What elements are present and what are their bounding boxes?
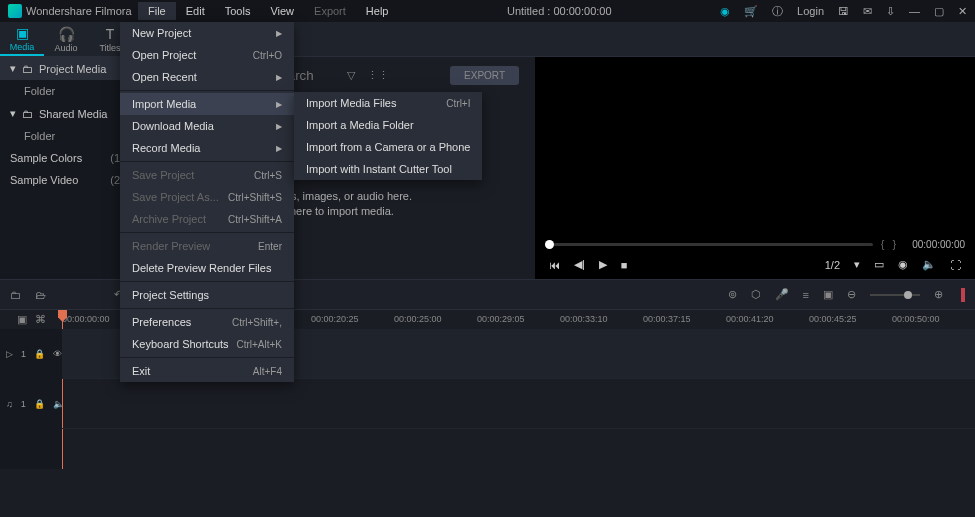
- eye-icon[interactable]: 👁: [53, 349, 62, 359]
- menu-view[interactable]: View: [260, 2, 304, 20]
- marker-icon[interactable]: ⬡: [751, 288, 761, 301]
- tab-label: Titles: [99, 43, 120, 53]
- folder-icon: 🗀: [22, 63, 33, 75]
- menu-item-label: Import from a Camera or a Phone: [306, 141, 470, 153]
- chevron-down-icon[interactable]: ▾: [854, 258, 860, 271]
- menu-item-open-project[interactable]: Open ProjectCtrl+O: [120, 44, 294, 66]
- menu-item-save-project: Save ProjectCtrl+S: [120, 164, 294, 186]
- menu-item-exit[interactable]: ExitAlt+F4: [120, 360, 294, 382]
- menu-item-label: Keyboard Shortcuts: [132, 338, 229, 350]
- count-label: (2: [110, 174, 120, 186]
- zoom-slider[interactable]: [870, 294, 920, 296]
- tab-label: Media: [10, 42, 35, 52]
- menu-item-new-project[interactable]: New Project▶: [120, 22, 294, 44]
- prev-frame-button[interactable]: ⏮: [549, 259, 560, 271]
- preview-scrubber[interactable]: [545, 243, 873, 246]
- sidebar-item-label: Sample Colors: [10, 152, 82, 164]
- menu-item-import-media[interactable]: Import Media▶: [120, 93, 294, 115]
- display-icon[interactable]: ▭: [874, 258, 884, 271]
- filter-icon[interactable]: ▽: [347, 69, 355, 82]
- menu-edit[interactable]: Edit: [176, 2, 215, 20]
- menu-item-import-with-instant-cutter-tool[interactable]: Import with Instant Cutter Tool: [294, 158, 482, 180]
- menu-tools[interactable]: Tools: [215, 2, 261, 20]
- submenu-arrow-icon: ▶: [276, 100, 282, 109]
- ruler-mark: 00:00:37:15: [643, 310, 726, 329]
- zoom-ratio[interactable]: 1/2: [825, 259, 840, 271]
- sidebar-shared-media[interactable]: ▾ 🗀 Shared Media: [0, 102, 130, 125]
- media-icon: ▣: [16, 25, 29, 41]
- menu-item-label: Record Media: [132, 142, 200, 154]
- tab-media[interactable]: ▣ Media: [0, 22, 44, 56]
- play-button[interactable]: ▶: [599, 258, 607, 271]
- lock-icon[interactable]: 🔒: [34, 349, 45, 359]
- menu-item-project-settings[interactable]: Project Settings: [120, 284, 294, 306]
- audio-track[interactable]: [62, 379, 975, 429]
- menu-item-keyboard-shortcuts[interactable]: Keyboard ShortcutsCtrl+Alt+K: [120, 333, 294, 355]
- shortcut-label: Enter: [258, 241, 282, 252]
- menu-item-open-recent[interactable]: Open Recent▶: [120, 66, 294, 88]
- fullscreen-icon[interactable]: ⛶: [950, 259, 961, 271]
- timeline-link-icon[interactable]: ⌘: [35, 313, 46, 326]
- shortcut-label: Ctrl+I: [446, 98, 470, 109]
- menu-item-label: Project Settings: [132, 289, 209, 301]
- sidebar-project-media[interactable]: ▾ 🗀 Project Media: [0, 57, 130, 80]
- menu-item-label: Archive Project: [132, 213, 206, 225]
- mail-icon[interactable]: ✉: [863, 5, 872, 18]
- tab-audio[interactable]: 🎧 Audio: [44, 22, 88, 56]
- shortcut-label: Ctrl+Shift+,: [232, 317, 282, 328]
- user-icon[interactable]: ⇩: [886, 5, 895, 18]
- render-icon[interactable]: ⊚: [728, 288, 737, 301]
- video-track-header[interactable]: ▷ 1 🔒 👁: [0, 329, 62, 379]
- lock-icon[interactable]: 🔒: [34, 399, 45, 409]
- sidebar-folder-2[interactable]: Folder: [0, 125, 130, 147]
- menu-item-import-media-files[interactable]: Import Media FilesCtrl+I: [294, 92, 482, 114]
- save-icon[interactable]: 🖫: [838, 5, 849, 17]
- voiceover-icon[interactable]: 🎤: [775, 288, 789, 301]
- sidebar-sample-video[interactable]: Sample Video (2: [0, 169, 130, 191]
- menu-item-label: Open Project: [132, 49, 196, 61]
- support-icon[interactable]: ◉: [720, 5, 730, 18]
- menu-item-label: Import Media Files: [306, 97, 396, 109]
- export-button[interactable]: EXPORT: [450, 66, 519, 85]
- stop-button[interactable]: ■: [621, 259, 628, 271]
- menu-export[interactable]: Export: [304, 2, 356, 20]
- menu-item-record-media[interactable]: Record Media▶: [120, 137, 294, 159]
- media-sidebar: ▾ 🗀 Project Media Folder ▾ 🗀 Shared Medi…: [0, 57, 130, 279]
- menu-item-save-project-as-: Save Project As...Ctrl+Shift+S: [120, 186, 294, 208]
- shortcut-label: Ctrl+Shift+A: [228, 214, 282, 225]
- crop-icon[interactable]: ▣: [823, 288, 833, 301]
- zoom-in-button[interactable]: ⊕: [934, 288, 943, 301]
- minimize-button[interactable]: —: [909, 5, 920, 17]
- menu-file[interactable]: File: [138, 2, 176, 20]
- shortcut-label: Ctrl+O: [253, 50, 282, 61]
- file-dropdown: New Project▶Open ProjectCtrl+OOpen Recen…: [120, 22, 294, 382]
- track-icon: ♫: [6, 399, 13, 409]
- snapshot-icon[interactable]: ◉: [898, 258, 908, 271]
- step-back-button[interactable]: ◀|: [574, 258, 585, 271]
- menu-item-import-from-a-camera-or-a-phone[interactable]: Import from a Camera or a Phone: [294, 136, 482, 158]
- timeline-mode-icon[interactable]: ▣: [17, 313, 27, 326]
- sidebar-sample-colors[interactable]: Sample Colors (1: [0, 147, 130, 169]
- sidebar-folder-1[interactable]: Folder: [0, 80, 130, 102]
- new-folder-icon[interactable]: 🗀: [10, 289, 21, 301]
- zoom-out-button[interactable]: ⊖: [847, 288, 856, 301]
- menu-item-delete-preview-render-files[interactable]: Delete Preview Render Files: [120, 257, 294, 279]
- login-link[interactable]: Login: [797, 5, 824, 17]
- info-icon[interactable]: ⓘ: [772, 4, 783, 19]
- audio-track-header[interactable]: ♫ 1 🔒 🔈: [0, 379, 62, 429]
- menu-item-import-a-media-folder[interactable]: Import a Media Folder: [294, 114, 482, 136]
- maximize-button[interactable]: ▢: [934, 5, 944, 18]
- import-folder-icon[interactable]: 🗁: [35, 289, 46, 301]
- count-label: (1: [110, 152, 120, 164]
- close-button[interactable]: ✕: [958, 5, 967, 18]
- menu-item-label: Download Media: [132, 120, 214, 132]
- ruler-mark: 00:00:20:25: [311, 310, 394, 329]
- menu-item-download-media[interactable]: Download Media▶: [120, 115, 294, 137]
- preview-panel: {} 00:00:00:00 ⏮ ◀| ▶ ■ 1/2 ▾ ▭ ◉ 🔈 ⛶: [535, 57, 975, 279]
- menu-help[interactable]: Help: [356, 2, 399, 20]
- volume-icon[interactable]: 🔈: [922, 258, 936, 271]
- grid-view-icon[interactable]: ⋮⋮: [367, 69, 389, 82]
- cart-icon[interactable]: 🛒: [744, 5, 758, 18]
- mixer-icon[interactable]: ≡: [803, 289, 809, 301]
- menu-item-preferences[interactable]: PreferencesCtrl+Shift+,: [120, 311, 294, 333]
